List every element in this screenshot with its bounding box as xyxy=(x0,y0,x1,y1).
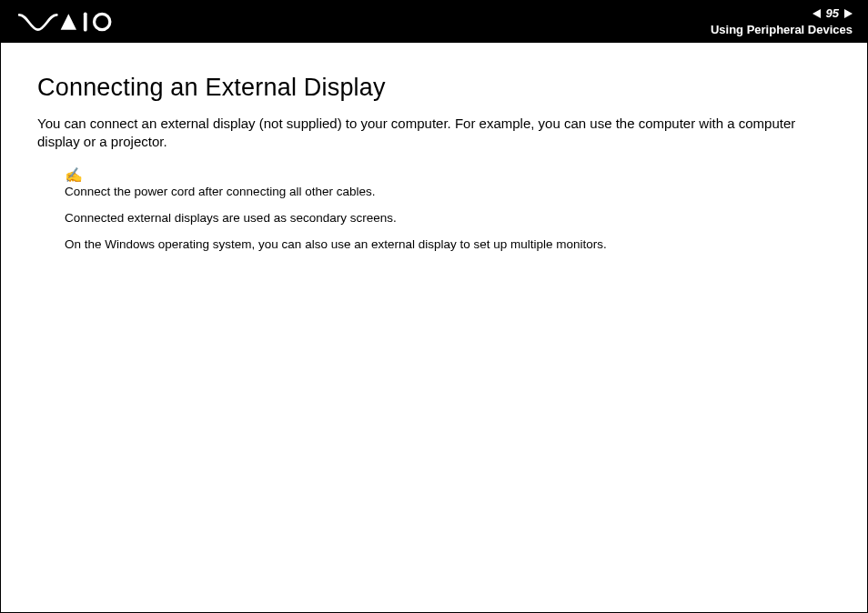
page-number: 95 xyxy=(826,6,839,22)
prev-page-icon[interactable] xyxy=(812,9,821,18)
header-right: 95 Using Peripheral Devices xyxy=(711,6,853,38)
note-line: Connected external displays are used as … xyxy=(65,211,834,225)
note-line: On the Windows operating system, you can… xyxy=(65,237,834,251)
intro-paragraph: You can connect an external display (not… xyxy=(37,115,834,152)
section-breadcrumb: Using Peripheral Devices xyxy=(711,23,853,38)
page-content: Connecting an External Display You can c… xyxy=(1,43,867,251)
note-line: Connect the power cord after connecting … xyxy=(65,185,834,198)
page-nav: 95 xyxy=(711,6,853,22)
next-page-icon[interactable] xyxy=(844,9,853,18)
note-icon: ✍ xyxy=(65,168,834,183)
note-block: ✍ Connect the power cord after connectin… xyxy=(65,168,834,251)
vaio-logo xyxy=(17,10,126,34)
page-title: Connecting an External Display xyxy=(37,74,834,102)
header-bar: 95 Using Peripheral Devices xyxy=(1,1,867,43)
svg-point-1 xyxy=(94,14,109,29)
